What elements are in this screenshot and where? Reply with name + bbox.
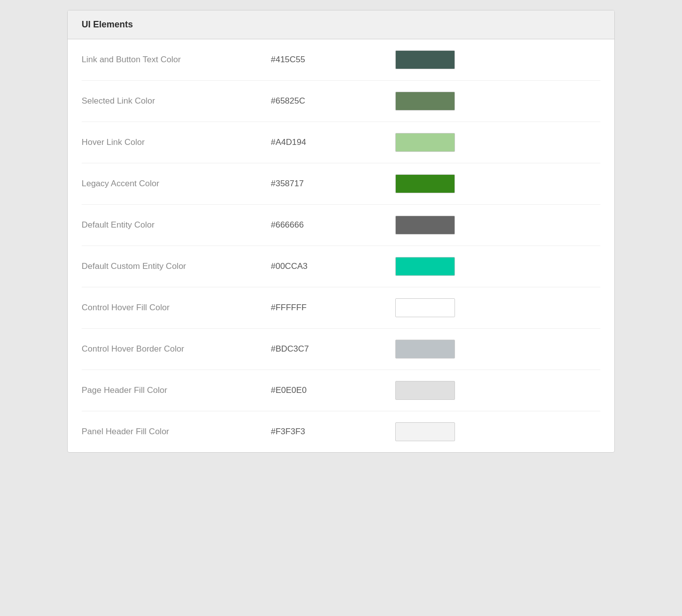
color-hex-selected-link-color: #65825C [271,96,380,106]
color-swatch-container-default-custom-entity-color [380,257,455,276]
color-row-page-header-fill-color[interactable]: Page Header Fill Color#E0E0E0 [82,370,600,411]
color-label-control-hover-fill-color: Control Hover Fill Color [82,303,271,313]
color-swatch-panel-header-fill-color[interactable] [395,422,455,441]
color-swatch-default-custom-entity-color[interactable] [395,257,455,276]
panel-title: UI Elements [82,19,133,29]
color-row-control-hover-fill-color[interactable]: Control Hover Fill Color#FFFFFF [82,287,600,329]
color-swatch-container-page-header-fill-color [380,381,455,400]
color-row-control-hover-border-color[interactable]: Control Hover Border Color#BDC3C7 [82,329,600,370]
color-label-default-entity-color: Default Entity Color [82,220,271,230]
color-row-selected-link-color[interactable]: Selected Link Color#65825C [82,81,600,122]
color-label-page-header-fill-color: Page Header Fill Color [82,385,271,395]
color-hex-default-custom-entity-color: #00CCA3 [271,261,380,271]
color-label-link-button-text-color: Link and Button Text Color [82,55,271,65]
color-hex-control-hover-border-color: #BDC3C7 [271,344,380,354]
color-hex-legacy-accent-color: #358717 [271,179,380,189]
color-hex-hover-link-color: #A4D194 [271,137,380,147]
color-hex-control-hover-fill-color: #FFFFFF [271,303,380,313]
color-label-selected-link-color: Selected Link Color [82,96,271,106]
color-row-link-button-text-color[interactable]: Link and Button Text Color#415C55 [82,39,600,81]
color-swatch-container-default-entity-color [380,216,455,235]
color-swatch-control-hover-border-color[interactable] [395,340,455,359]
color-row-default-entity-color[interactable]: Default Entity Color#666666 [82,205,600,246]
color-swatch-link-button-text-color[interactable] [395,50,455,69]
color-swatch-container-hover-link-color [380,133,455,152]
panel-body: Link and Button Text Color#415C55Selecte… [68,39,614,452]
color-row-panel-header-fill-color[interactable]: Panel Header Fill Color#F3F3F3 [82,411,600,452]
color-label-control-hover-border-color: Control Hover Border Color [82,344,271,354]
color-label-hover-link-color: Hover Link Color [82,137,271,147]
ui-elements-panel: UI Elements Link and Button Text Color#4… [67,10,615,453]
color-swatch-page-header-fill-color[interactable] [395,381,455,400]
color-swatch-container-link-button-text-color [380,50,455,69]
color-hex-link-button-text-color: #415C55 [271,55,380,65]
panel-header: UI Elements [68,10,614,39]
color-label-legacy-accent-color: Legacy Accent Color [82,179,271,189]
color-label-panel-header-fill-color: Panel Header Fill Color [82,427,271,437]
color-swatch-container-control-hover-fill-color [380,298,455,317]
color-row-hover-link-color[interactable]: Hover Link Color#A4D194 [82,122,600,163]
color-swatch-selected-link-color[interactable] [395,92,455,111]
color-hex-page-header-fill-color: #E0E0E0 [271,385,380,395]
color-swatch-legacy-accent-color[interactable] [395,174,455,193]
color-row-legacy-accent-color[interactable]: Legacy Accent Color#358717 [82,163,600,205]
color-swatch-container-control-hover-border-color [380,340,455,359]
color-label-default-custom-entity-color: Default Custom Entity Color [82,261,271,271]
color-swatch-container-legacy-accent-color [380,174,455,193]
color-swatch-control-hover-fill-color[interactable] [395,298,455,317]
color-swatch-container-selected-link-color [380,92,455,111]
color-swatch-default-entity-color[interactable] [395,216,455,235]
color-row-default-custom-entity-color[interactable]: Default Custom Entity Color#00CCA3 [82,246,600,287]
color-hex-panel-header-fill-color: #F3F3F3 [271,427,380,437]
color-swatch-hover-link-color[interactable] [395,133,455,152]
color-hex-default-entity-color: #666666 [271,220,380,230]
color-swatch-container-panel-header-fill-color [380,422,455,441]
